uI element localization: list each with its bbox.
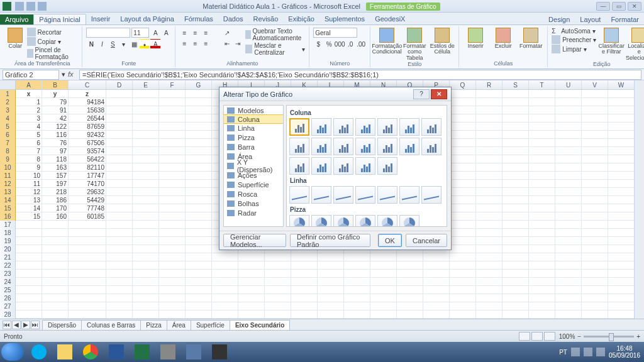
zoom-level[interactable]: 100% [559,333,575,340]
view-normal-icon[interactable] [519,332,530,341]
cell[interactable] [42,270,69,278]
cell[interactable] [16,294,42,302]
close-button[interactable]: ✕ [628,2,641,11]
cell[interactable] [159,204,186,212]
chart-thumb[interactable] [355,215,375,227]
orient-icon[interactable]: ↗ [222,28,232,38]
sheet-tab[interactable]: Pizza [140,320,167,330]
cell[interactable] [370,286,397,294]
cell[interactable] [608,270,635,278]
chart-thumb[interactable] [377,138,397,155]
cell[interactable] [318,302,344,310]
cell[interactable] [133,196,159,204]
chart-thumb[interactable] [377,215,397,227]
cell[interactable] [476,163,502,172]
cell[interactable] [344,253,370,261]
copy-button[interactable]: Copiar ▾ [27,37,79,46]
taskbar-excel[interactable] [130,343,155,361]
cell[interactable]: 15 [16,212,42,221]
cell[interactable] [582,204,608,212]
tab-geodesix[interactable]: GeodesiX [370,14,410,25]
cell[interactable] [344,286,370,294]
cell[interactable] [555,229,582,237]
cell[interactable] [502,155,529,163]
cell[interactable] [69,261,106,270]
cell[interactable] [265,253,291,261]
cell[interactable] [291,253,318,261]
cell[interactable] [450,147,476,155]
cell[interactable] [450,229,476,237]
cell[interactable]: 14 [16,204,42,212]
align-center-icon[interactable]: ≡ [190,38,200,48]
cell[interactable] [133,106,159,114]
cell[interactable] [291,302,318,310]
cell[interactable] [133,237,159,245]
cell[interactable] [186,180,212,188]
cell[interactable] [133,261,159,270]
cell[interactable] [186,90,212,98]
chart-thumb[interactable] [333,215,353,227]
cell[interactable] [555,310,582,319]
cell[interactable] [555,180,582,188]
inc-dec-icon[interactable]: .0 [345,39,355,49]
cell[interactable] [555,172,582,180]
cell[interactable] [133,278,159,286]
cell[interactable] [502,310,529,319]
cell[interactable]: 56422 [69,155,106,163]
tab-suplementos[interactable]: Suplementos [319,14,370,25]
cell[interactable] [476,106,502,114]
cell[interactable] [133,98,159,106]
cell[interactable] [529,294,555,302]
cell[interactable] [238,253,265,261]
cell[interactable] [238,286,265,294]
cell[interactable] [608,90,635,98]
cell[interactable] [476,196,502,204]
cell[interactable] [69,237,106,245]
column-header[interactable]: F [159,80,186,89]
cell[interactable] [265,278,291,286]
cell[interactable] [582,188,608,196]
cell[interactable] [608,155,635,163]
align-top-icon[interactable]: ≡ [179,28,189,38]
cell-styles-button[interactable]: Estilos de Célula [430,28,455,55]
cell[interactable] [212,286,238,294]
cell[interactable] [212,253,238,261]
cell[interactable] [186,221,212,229]
grow-font-icon[interactable]: A [150,28,160,38]
cell[interactable] [502,106,529,114]
underline-button[interactable]: S [108,39,118,49]
cell[interactable] [291,294,318,302]
cell[interactable] [318,294,344,302]
cell[interactable] [608,139,635,147]
cell[interactable] [106,286,133,294]
cell[interactable] [133,155,159,163]
cell[interactable] [186,294,212,302]
chart-thumb[interactable] [399,215,419,227]
cell[interactable] [582,147,608,155]
sheet-nav-next[interactable]: ▶ [21,321,30,329]
cell[interactable] [238,270,265,278]
cell[interactable] [133,172,159,180]
cell[interactable] [555,106,582,114]
cell[interactable] [476,147,502,155]
cell[interactable] [159,237,186,245]
cell[interactable] [582,261,608,270]
cell[interactable] [450,155,476,163]
cell[interactable] [159,139,186,147]
column-header[interactable]: B [42,80,69,89]
cell[interactable] [106,172,133,180]
cell[interactable] [608,221,635,229]
chart-thumb[interactable] [289,186,309,204]
tab-dados[interactable]: Dados [218,14,248,25]
cell[interactable] [529,163,555,172]
row-header[interactable]: 11 [0,172,16,180]
cell[interactable] [133,229,159,237]
cell[interactable]: 67506 [69,139,106,147]
column-header[interactable]: R [476,80,502,89]
cell[interactable] [529,114,555,123]
cell[interactable] [502,90,529,98]
chart-thumb[interactable] [289,157,309,175]
cell[interactable] [42,245,69,253]
cell[interactable] [502,245,529,253]
cell[interactable] [344,278,370,286]
